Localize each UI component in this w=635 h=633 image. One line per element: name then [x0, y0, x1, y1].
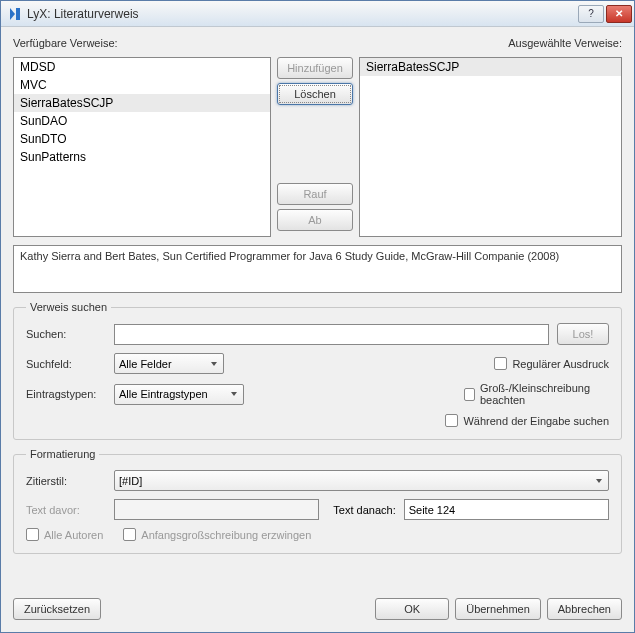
force-caps-label: Anfangsgroßschreibung erzwingen: [141, 529, 311, 541]
app-icon: [7, 6, 23, 22]
format-legend: Formatierung: [26, 448, 99, 460]
svg-rect-0: [16, 8, 20, 20]
checkbox-icon: [445, 414, 458, 427]
list-item[interactable]: MDSD: [14, 58, 270, 76]
search-group: Verweis suchen Suchen: Los! Suchfeld: Al…: [13, 301, 622, 440]
incremental-checkbox[interactable]: Während der Eingabe suchen: [445, 414, 609, 427]
selected-listbox[interactable]: SierraBatesSCJP: [359, 57, 622, 237]
button-spacer: [277, 109, 353, 179]
case-label: Groß-/Kleinschreibung beachten: [480, 382, 609, 406]
close-button[interactable]: ✕: [606, 5, 632, 23]
available-listbox[interactable]: MDSDMVCSierraBatesSCJPSunDAOSunDTOSunPat…: [13, 57, 271, 237]
button-bar: Zurücksetzen OK Übernehmen Abbrechen: [1, 590, 634, 632]
checkbox-icon: [494, 357, 507, 370]
help-button[interactable]: ?: [578, 5, 604, 23]
search-field-value: Alle Felder: [119, 358, 172, 370]
available-label: Verfügbare Verweise:: [13, 37, 118, 49]
window-title: LyX: Literaturverweis: [27, 7, 576, 21]
checkbox-icon: [26, 528, 39, 541]
ok-button[interactable]: OK: [375, 598, 449, 620]
add-button[interactable]: Hinzufügen: [277, 57, 353, 79]
chevron-down-icon: [227, 385, 241, 404]
move-up-button[interactable]: Rauf: [277, 183, 353, 205]
chevron-down-icon: [207, 354, 221, 373]
delete-button[interactable]: Löschen: [277, 83, 353, 105]
selected-label: Ausgewählte Verweise:: [508, 37, 622, 49]
checkbox-icon: [123, 528, 136, 541]
cite-style-value: [#ID]: [119, 475, 142, 487]
text-after-label: Text danach:: [333, 504, 395, 516]
checkbox-icon: [464, 388, 475, 401]
cite-style-label: Zitierstil:: [26, 475, 106, 487]
cite-style-combo[interactable]: [#ID]: [114, 470, 609, 491]
list-item[interactable]: MVC: [14, 76, 270, 94]
search-label: Suchen:: [26, 328, 106, 340]
dialog-window: LyX: Literaturverweis ? ✕ Verfügbare Ver…: [0, 0, 635, 633]
force-caps-checkbox: Anfangsgroßschreibung erzwingen: [123, 528, 311, 541]
move-down-button[interactable]: Ab: [277, 209, 353, 231]
entry-types-value: Alle Eintragstypen: [119, 388, 208, 400]
search-field-label: Suchfeld:: [26, 358, 106, 370]
text-after-input[interactable]: [404, 499, 609, 520]
search-field-select[interactable]: Alle Felder: [114, 353, 224, 374]
chevron-down-icon: [592, 471, 606, 490]
all-authors-label: Alle Autoren: [44, 529, 103, 541]
regex-label: Regulärer Ausdruck: [512, 358, 609, 370]
search-legend: Verweis suchen: [26, 301, 111, 313]
list-buttons-column: Hinzufügen Löschen Rauf Ab: [277, 57, 353, 237]
lists-row: MDSDMVCSierraBatesSCJPSunDAOSunDTOSunPat…: [13, 57, 622, 237]
cancel-button[interactable]: Abbrechen: [547, 598, 622, 620]
reset-button[interactable]: Zurücksetzen: [13, 598, 101, 620]
list-item[interactable]: SunDAO: [14, 112, 270, 130]
apply-button[interactable]: Übernehmen: [455, 598, 541, 620]
format-group: Formatierung Zitierstil: [#ID] Text davo…: [13, 448, 622, 554]
text-before-input: [114, 499, 319, 520]
list-item[interactable]: SunDTO: [14, 130, 270, 148]
list-labels-row: Verfügbare Verweise: Ausgewählte Verweis…: [13, 37, 622, 49]
list-item[interactable]: SierraBatesSCJP: [14, 94, 270, 112]
regex-checkbox[interactable]: Regulärer Ausdruck: [494, 357, 609, 370]
list-item[interactable]: SierraBatesSCJP: [360, 58, 621, 76]
search-input[interactable]: [114, 324, 549, 345]
incremental-label: Während der Eingabe suchen: [463, 415, 609, 427]
content-area: Verfügbare Verweise: Ausgewählte Verweis…: [1, 27, 634, 590]
entry-types-label: Eintragstypen:: [26, 388, 106, 400]
entry-types-select[interactable]: Alle Eintragstypen: [114, 384, 244, 405]
list-item[interactable]: SunPatterns: [14, 148, 270, 166]
reference-info: Kathy Sierra and Bert Bates, Sun Certifi…: [13, 245, 622, 293]
text-before-label: Text davor:: [26, 504, 106, 516]
titlebar[interactable]: LyX: Literaturverweis ? ✕: [1, 1, 634, 27]
all-authors-checkbox: Alle Autoren: [26, 528, 103, 541]
case-checkbox[interactable]: Groß-/Kleinschreibung beachten: [464, 382, 609, 406]
search-go-button[interactable]: Los!: [557, 323, 609, 345]
